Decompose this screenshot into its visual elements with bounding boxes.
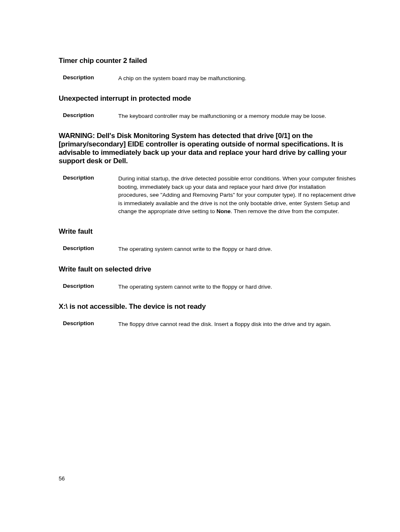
description-label: Description — [63, 175, 118, 181]
description-row: Description The operating system cannot … — [59, 245, 356, 253]
section-write-fault: Write fault Description The operating sy… — [59, 227, 356, 253]
description-row: Description The operating system cannot … — [59, 283, 356, 291]
section-heading: WARNING: Dell's Disk Monitoring System h… — [59, 132, 356, 165]
description-text: The keyboard controller may be malfuncti… — [118, 112, 356, 120]
description-text: During initial startup, the drive detect… — [118, 175, 356, 216]
description-label: Description — [63, 74, 118, 81]
description-text: A chip on the system board may be malfun… — [118, 74, 356, 83]
page-number: 56 — [59, 475, 65, 482]
document-page: Timer chip counter 2 failed Description … — [0, 0, 400, 329]
section-heading: Unexpected interrupt in protected mode — [59, 94, 356, 103]
section-timer-chip: Timer chip counter 2 failed Description … — [59, 57, 356, 83]
section-heading: Write fault — [59, 227, 356, 236]
description-label: Description — [63, 245, 118, 251]
section-unexpected-interrupt: Unexpected interrupt in protected mode D… — [59, 94, 356, 120]
description-row: Description During initial startup, the … — [59, 175, 356, 216]
description-text: The floppy drive cannot read the disk. I… — [118, 320, 356, 329]
section-heading: Write fault on selected drive — [59, 265, 356, 274]
description-row: Description The floppy drive cannot read… — [59, 320, 356, 329]
description-text: The operating system cannot write to the… — [118, 245, 356, 253]
section-warning-disk-monitoring: WARNING: Dell's Disk Monitoring System h… — [59, 132, 356, 216]
description-row: Description A chip on the system board m… — [59, 74, 356, 83]
description-text-bold: None — [216, 208, 231, 214]
section-heading: Timer chip counter 2 failed — [59, 57, 356, 65]
section-write-fault-selected-drive: Write fault on selected drive Descriptio… — [59, 265, 356, 291]
description-label: Description — [63, 112, 118, 118]
description-label: Description — [63, 320, 118, 326]
section-drive-not-accessible: X:\ is not accessible. The device is not… — [59, 303, 356, 329]
section-heading: X:\ is not accessible. The device is not… — [59, 303, 356, 311]
description-text-post: . Then remove the drive from the compute… — [231, 208, 339, 214]
description-label: Description — [63, 283, 118, 289]
description-row: Description The keyboard controller may … — [59, 112, 356, 120]
description-text: The operating system cannot write to the… — [118, 283, 356, 291]
